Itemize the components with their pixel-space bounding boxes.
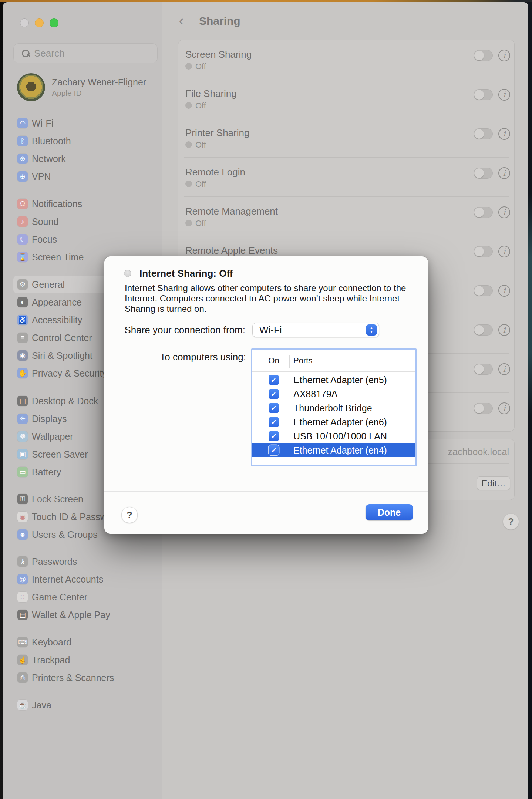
sidebar-item-focus[interactable]: ☾ Focus [13,230,155,248]
sidebar-item-network[interactable]: ⊕ Network [13,150,155,168]
dialog-help-button[interactable]: ? [121,507,138,523]
fingerprint-icon: ◉ [17,512,28,522]
status-text: Off [195,62,206,71]
sidebar-item-keyboard[interactable]: ⌨ Keyboard [13,633,155,651]
screen-sharing-toggle[interactable] [474,50,493,61]
status-dot [185,102,192,109]
battery-icon: ▭ [17,467,28,477]
service-toggle[interactable] [474,285,493,296]
desktop-wallpaper-left [0,2,3,799]
ports-table-header: On Ports [252,350,415,371]
hand-icon: ✋ [17,368,28,378]
remote-apple-events-toggle[interactable] [474,246,493,257]
sidebar-item-trackpad[interactable]: ☝ Trackpad [13,651,155,669]
status-text: Off [195,179,206,189]
back-chevron-button[interactable]: ‹ [175,13,188,28]
wallet-icon: ▤ [17,610,28,620]
row-remote-login: Remote Login Off i [178,158,514,197]
info-icon[interactable]: i [498,402,510,414]
gear-icon: ⚙ [17,279,28,290]
header-separator [252,371,415,372]
status-dot [185,63,192,70]
sidebar-item-game-center[interactable]: ∷ Game Center [13,588,155,606]
search-field[interactable]: Search [13,43,158,63]
share-from-value: Wi-Fi [259,324,282,336]
status-text: Off [195,101,206,111]
port-row-en5[interactable]: ✓ Ethernet Adapter (en5) [252,373,415,387]
remote-management-toggle[interactable] [474,207,493,218]
key-icon: ⚷ [17,556,28,567]
port-row-en4-selected[interactable]: ✓ Ethernet Adapter (en4) [252,443,415,457]
info-icon[interactable]: i [498,285,510,297]
trackpad-touch-icon: ☝ [17,655,28,665]
info-icon[interactable]: i [498,246,510,257]
printer-sharing-toggle[interactable] [474,128,493,139]
column-header-on: On [262,356,286,365]
checkbox-checked-icon[interactable]: ✓ [269,389,279,399]
window-close-button[interactable] [20,18,29,27]
hourglass-icon: ⌛ [17,252,28,262]
info-icon[interactable]: i [498,324,510,336]
column-header-ports: Ports [293,356,312,365]
info-icon[interactable]: i [498,128,510,140]
edit-hostname-button[interactable]: Edit… [477,476,510,490]
search-placeholder: Search [34,48,64,59]
status-dot [185,220,192,226]
speaker-icon: ♪ [17,216,28,227]
window-zoom-button[interactable] [50,18,58,27]
bell-icon: Ω [17,199,28,209]
info-icon[interactable]: i [498,167,510,179]
service-toggle[interactable] [474,403,493,414]
checkbox-checked-icon[interactable]: ✓ [269,417,279,427]
column-divider [289,355,290,368]
info-icon[interactable]: i [498,363,510,375]
info-icon[interactable]: i [498,206,510,218]
sidebar-item-passwords[interactable]: ⚷ Passwords [13,553,155,570]
lock-icon: ⚿ [17,494,28,504]
status-indicator-dot [124,270,131,277]
sidebar-item-vpn[interactable]: ⊕ VPN [13,168,155,185]
to-computers-label: To computers using: [104,351,246,363]
done-button[interactable]: Done [366,504,413,520]
sidebar-item-internet-accounts[interactable]: @ Internet Accounts [13,570,155,588]
search-icon [22,50,29,57]
status-text: Off [195,219,206,228]
at-sign-icon: @ [17,574,28,584]
remote-login-toggle[interactable] [474,168,493,179]
share-from-dropdown[interactable]: Wi-Fi ▲▼ [252,323,379,337]
status-dot [185,141,192,148]
service-toggle[interactable] [474,364,493,375]
help-button[interactable]: ? [503,513,519,530]
sidebar-item-sound[interactable]: ♪ Sound [13,213,155,230]
file-sharing-toggle[interactable] [474,89,493,100]
sidebar-group-network: ◠ Wi-Fi ᛒ Bluetooth ⊕ Network ⊕ VPN [13,114,155,185]
port-row-ax88179a[interactable]: ✓ AX88179A [252,387,415,401]
control-center-icon: ≡ [17,333,28,343]
port-row-en6[interactable]: ✓ Ethernet Adapter (en6) [252,415,415,429]
checkbox-checked-icon[interactable]: ✓ [269,445,279,455]
sidebar-item-wallet[interactable]: ▤ Wallet & Apple Pay [13,606,155,624]
java-coffee-icon: ☕ [17,700,28,710]
info-icon[interactable]: i [498,89,510,101]
sidebar-item-bluetooth[interactable]: ᛒ Bluetooth [13,132,155,150]
window-minimize-button[interactable] [35,18,44,27]
port-row-thunderbolt-bridge[interactable]: ✓ Thunderbolt Bridge [252,401,415,415]
avatar[interactable] [17,73,45,101]
sidebar-group-other: ☕ Java [13,696,155,714]
game-center-bubbles-icon: ∷ [17,592,28,602]
sidebar-item-notifications[interactable]: Ω Notifications [13,195,155,213]
network-globe-icon: ⊕ [17,154,28,164]
checkbox-checked-icon[interactable]: ✓ [269,403,279,413]
sidebar-item-java[interactable]: ☕ Java [13,696,155,714]
service-toggle[interactable] [474,324,493,336]
info-icon[interactable]: i [498,50,510,61]
status-text: Off [195,140,206,150]
dialog-description: Internet Sharing allows other computers … [125,283,406,314]
status-dot [185,181,192,187]
checkbox-checked-icon[interactable]: ✓ [269,375,279,385]
sidebar-item-wifi[interactable]: ◠ Wi-Fi [13,114,155,132]
port-row-usb-lan[interactable]: ✓ USB 10/100/1000 LAN [252,429,415,443]
checkbox-checked-icon[interactable]: ✓ [269,431,279,441]
sidebar-item-printers-scanners[interactable]: ⎙ Printers & Scanners [13,669,155,687]
profile-name[interactable]: Zachary Wener-Fligner [52,77,146,88]
